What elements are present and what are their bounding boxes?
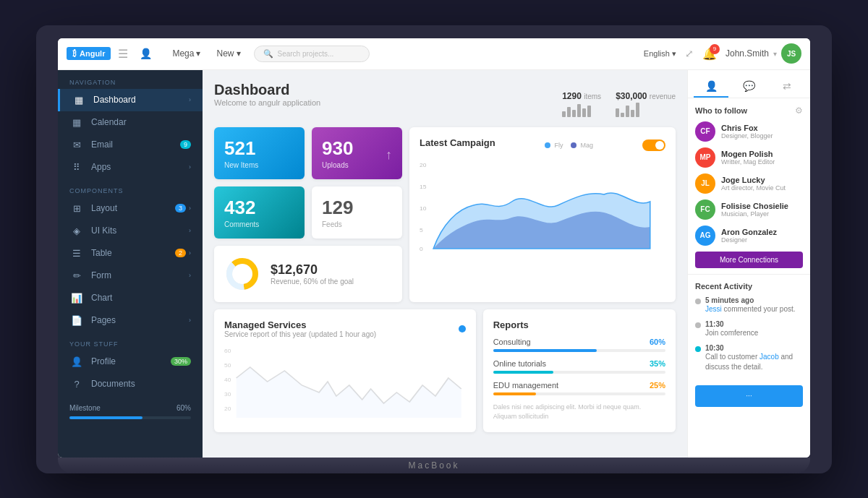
action-button[interactable]: ···: [695, 385, 803, 407]
sidebar-item-calendar[interactable]: ▦ Calendar: [58, 111, 203, 134]
comments-label: Comments: [224, 220, 294, 228]
sidebar-item-pages[interactable]: 📄 Pages ›: [58, 309, 203, 332]
sidebar-item-chart[interactable]: 📊 Chart: [58, 287, 203, 309]
edu-pct: 25%: [650, 381, 665, 390]
folisise-avatar: FC: [695, 199, 715, 220]
laptop-screen: ₿ Angulr ☰ 👤 Mega ▾ New ▾ 🔍 Search proje…: [58, 38, 810, 458]
search-placeholder: Search projects...: [278, 50, 334, 58]
search-bar[interactable]: 🔍 Search projects...: [254, 46, 370, 62]
items-num: 1290 items: [562, 91, 601, 101]
follow-item-chrisfox[interactable]: CF Chris Fox Designer, Blogger: [695, 121, 803, 142]
revenue-mini-chart: [616, 101, 676, 117]
svg-text:60: 60: [224, 348, 231, 353]
activity-link-jacob[interactable]: Jacob: [760, 353, 779, 361]
chart-icon: 📊: [69, 293, 84, 304]
toggle-knob: [655, 141, 664, 150]
user-circle-icon[interactable]: 👤: [140, 48, 152, 59]
top-nav: ₿ Angulr ☰ 👤 Mega ▾ New ▾ 🔍 Search proje…: [58, 38, 810, 70]
activity-text-2: Call to customer Jacob and discuss the d…: [705, 352, 803, 372]
page-subtitle: Welcome to angulr application: [214, 98, 320, 107]
follow-item-folisise[interactable]: FC Folisise Chosielie Musician, Player: [695, 199, 803, 220]
sidebar-item-email[interactable]: ✉ Email 9: [58, 134, 203, 156]
follow-item-arongonzalez[interactable]: AG Aron Gonzalez Designer: [695, 226, 803, 246]
chevron-icon: ›: [189, 96, 191, 103]
upload-icon: ↑: [386, 147, 392, 163]
user-menu[interactable]: John.Smith ▾ JS: [726, 43, 801, 64]
sidebar-item-profile[interactable]: 👤 Profile 30%: [58, 351, 203, 373]
settings-icon[interactable]: ⚙: [795, 106, 803, 116]
language-selector[interactable]: English ▾: [644, 49, 676, 59]
uploads-label: Uploads: [322, 161, 392, 169]
form-icon: ✏: [69, 270, 84, 281]
email-badge: 9: [180, 140, 191, 149]
layout-icon: ⊞: [69, 203, 84, 214]
sidebar-item-table[interactable]: ☰ Table 2 ›: [58, 242, 203, 265]
new-items-label: New Items: [224, 161, 294, 169]
activity-link-jessi[interactable]: Jessi: [705, 305, 722, 313]
activity-time-0: 5 minutes ago: [705, 296, 796, 304]
uploads-num: 930: [322, 137, 392, 160]
svg-text:20: 20: [420, 162, 427, 168]
new-menu[interactable]: New ▾: [210, 46, 246, 61]
mega-menu[interactable]: Mega ▾: [166, 46, 206, 61]
expand-icon[interactable]: ⤢: [685, 48, 694, 59]
pages-icon: 📄: [69, 315, 84, 326]
consulting-pct: 60%: [650, 338, 665, 346]
sidebar-item-form[interactable]: ✏ Form ›: [58, 265, 203, 287]
table-badge: 2: [175, 249, 186, 257]
right-panel: 👤 💬 ⇄ Who to follow ⚙ CF Chris Fox Desig…: [687, 70, 810, 458]
folisise-desc: Musician, Player: [721, 210, 788, 218]
feeds-card: 129 Feeds: [312, 186, 402, 239]
activity-content-2: 10:30 Call to customer Jacob and discuss…: [705, 344, 803, 372]
svg-text:50: 50: [224, 362, 231, 368]
arongonzalez-info: Aron Gonzalez Designer: [721, 228, 777, 244]
items-stat: 1290 items: [562, 91, 601, 117]
follow-item-mogenpolish[interactable]: MP Mogen Polish Writter, Mag Editor: [695, 147, 803, 168]
campaign-toggle[interactable]: [642, 139, 665, 151]
laptop-frame: ₿ Angulr ☰ 👤 Mega ▾ New ▾ 🔍 Search proje…: [36, 25, 832, 473]
stats-top-row: 521 New Items 930 Uploads ↑: [214, 127, 402, 179]
page-title: Dashboard: [214, 82, 320, 98]
mogenpolish-desc: Writter, Mag Editor: [721, 158, 775, 166]
more-connections-button[interactable]: More Connections: [695, 252, 803, 268]
panel-tab-profile[interactable]: 👤: [694, 76, 728, 98]
managed-subtitle: Service report of this year (updated 1 h…: [224, 330, 376, 338]
page-header-row: Dashboard Welcome to angulr application …: [214, 82, 676, 117]
email-icon: ✉: [69, 139, 84, 150]
feeds-num: 129: [322, 197, 392, 219]
panel-tab-settings[interactable]: ⇄: [770, 76, 804, 98]
report-item-tutorials: Online tutorials 35%: [493, 359, 665, 374]
apps-icon: ⠿: [69, 162, 84, 173]
items-mini-chart: [562, 101, 601, 117]
reports-title: Reports: [493, 319, 665, 330]
uploads-card: 930 Uploads ↑: [312, 127, 402, 179]
follow-item-jogelucky[interactable]: JL Joge Lucky Art director, Movie Cut: [695, 173, 803, 194]
feeds-label: Feeds: [322, 220, 392, 228]
svg-text:20: 20: [224, 405, 231, 411]
edu-name: EDU management: [493, 381, 559, 390]
stats-bottom-row: 432 Comments 129 Feeds: [214, 186, 402, 239]
sidebar-item-uikits[interactable]: ◈ UI Kits ›: [58, 220, 203, 242]
revenue-stat: $30,000 revenue: [616, 91, 676, 117]
page-header: Dashboard Welcome to angulr application: [214, 82, 320, 107]
revenue-card: $12,670 Revenue, 60% of the goal: [214, 246, 402, 302]
campaign-card: Latest Campaign Fly Mag: [409, 127, 676, 302]
revenue-amount: $12,670: [271, 262, 354, 278]
search-icon: 🔍: [263, 49, 273, 59]
sidebar-item-apps[interactable]: ⠿ Apps ›: [58, 156, 203, 179]
activity-dot-0: [695, 299, 701, 304]
jogelucky-avatar: JL: [695, 173, 715, 194]
bottom-row: Managed Services Service report of this …: [214, 309, 676, 432]
notifications-button[interactable]: 🔔 9: [702, 47, 717, 61]
panel-tab-messages[interactable]: 💬: [731, 76, 766, 98]
sidebar-item-layout[interactable]: ⊞ Layout 3 ›: [58, 197, 203, 220]
activity-time-1: 11:30: [705, 320, 758, 328]
laptop-base: MacBook: [58, 458, 810, 473]
sidebar-item-dashboard[interactable]: ▦ Dashboard ›: [58, 89, 203, 111]
calendar-icon: ▦: [69, 117, 84, 128]
activity-item-2: 10:30 Call to customer Jacob and discuss…: [695, 344, 803, 372]
sidebar-item-documents[interactable]: ? Documents: [58, 373, 203, 395]
menu-icon[interactable]: ☰: [118, 47, 128, 61]
app-name: Angulr: [80, 49, 105, 58]
activity-time-2: 10:30: [705, 344, 803, 352]
